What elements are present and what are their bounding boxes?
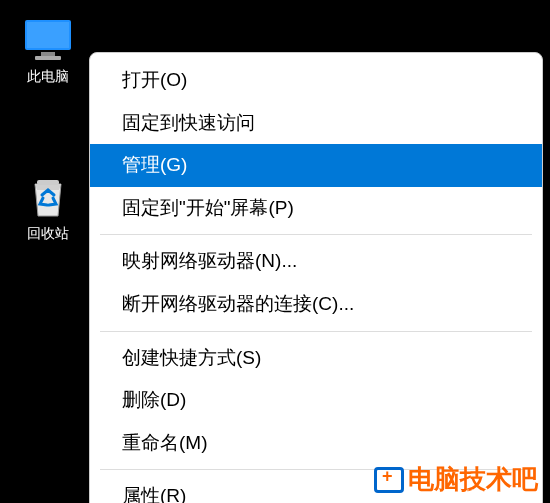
menu-item-delete[interactable]: 删除(D) bbox=[90, 379, 542, 422]
menu-item-create-shortcut[interactable]: 创建快捷方式(S) bbox=[90, 337, 542, 380]
menu-item-disconnect-network-drive[interactable]: 断开网络驱动器的连接(C)... bbox=[90, 283, 542, 326]
menu-item-rename[interactable]: 重命名(M) bbox=[90, 422, 542, 465]
svg-rect-3 bbox=[35, 56, 61, 60]
menu-separator bbox=[100, 469, 532, 470]
desktop-icon-recycle-bin[interactable]: 回收站 bbox=[10, 175, 85, 243]
desktop-icon-label: 此电脑 bbox=[27, 68, 69, 86]
menu-separator bbox=[100, 234, 532, 235]
menu-item-pin-quick-access[interactable]: 固定到快速访问 bbox=[90, 102, 542, 145]
context-menu: 打开(O) 固定到快速访问 管理(G) 固定到"开始"屏幕(P) 映射网络驱动器… bbox=[89, 52, 543, 503]
menu-separator bbox=[100, 331, 532, 332]
menu-item-pin-start[interactable]: 固定到"开始"屏幕(P) bbox=[90, 187, 542, 230]
desktop-icon-label: 回收站 bbox=[27, 225, 69, 243]
menu-item-map-network-drive[interactable]: 映射网络驱动器(N)... bbox=[90, 240, 542, 283]
recycle-bin-icon bbox=[23, 175, 73, 219]
svg-rect-1 bbox=[27, 22, 69, 48]
monitor-icon bbox=[23, 18, 73, 62]
menu-item-manage[interactable]: 管理(G) bbox=[90, 144, 542, 187]
desktop: 此电脑 回收站 打开(O) 固定到快速访问 管理(G) 固定到"开始"屏幕(P)… bbox=[0, 0, 550, 503]
desktop-icon-this-pc[interactable]: 此电脑 bbox=[10, 18, 85, 86]
menu-item-properties[interactable]: 属性(R) bbox=[90, 475, 542, 503]
svg-rect-2 bbox=[41, 52, 55, 56]
svg-rect-4 bbox=[37, 180, 59, 185]
menu-item-open[interactable]: 打开(O) bbox=[90, 59, 542, 102]
